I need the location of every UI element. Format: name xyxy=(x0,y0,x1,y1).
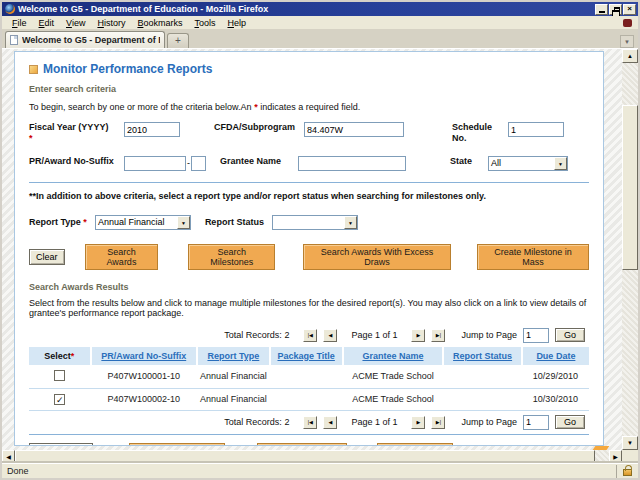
minimize-button[interactable] xyxy=(595,4,608,15)
instructions-prefix: To begin, search by one or more of the c… xyxy=(29,102,254,112)
vertical-scrollbar[interactable]: ▲ ▼ xyxy=(622,49,638,450)
schedule-no-input[interactable] xyxy=(508,122,564,137)
column-header-link[interactable]: Report Type xyxy=(207,351,259,361)
new-tab-button[interactable]: + xyxy=(167,33,189,48)
cell-report-type: Annual Financial xyxy=(197,365,270,389)
window-title: Welcome to G5 - Department of Education … xyxy=(18,4,268,14)
status-text: Done xyxy=(7,466,29,476)
schedule-no-label: Schedule No. xyxy=(452,122,502,145)
cell-due-date: 10/29/2010 xyxy=(522,365,589,389)
search-excess-draws-button[interactable]: Search Awards With Excess Draws xyxy=(303,244,451,270)
column-header-link[interactable]: Due Date xyxy=(536,351,575,361)
fiscal-year-required: * xyxy=(29,133,33,143)
fiscal-year-label: Fiscal Year (YYYY) * xyxy=(29,122,124,145)
next-page-button[interactable]: ▶ xyxy=(411,416,425,429)
menu-item-file[interactable]: File xyxy=(6,18,33,28)
cell-pr-award: P407W100002-10 xyxy=(91,388,197,410)
clear-button[interactable]: Clear xyxy=(29,249,65,265)
page-indicator: Page 1 of 1 xyxy=(351,330,397,340)
last-page-button[interactable]: ▶| xyxy=(431,329,445,342)
go-to-home-button[interactable]: Go To Home xyxy=(29,443,93,447)
delete-milestones-button[interactable]: Delete Milestones xyxy=(257,443,347,447)
fiscal-year-input[interactable] xyxy=(124,122,180,137)
page-content: Monitor Performance Reports Enter search… xyxy=(14,51,604,446)
report-type-select-arrow-icon: ▼ xyxy=(177,216,190,229)
row-select-checkbox[interactable]: ✓ xyxy=(54,394,65,405)
column-header: Package Title xyxy=(270,347,343,365)
column-header-link[interactable]: Grantee Name xyxy=(362,351,423,361)
report-status-select[interactable]: ▼ xyxy=(272,215,358,230)
lock-icon xyxy=(623,469,632,476)
state-label: State xyxy=(450,156,488,167)
scroll-up-button[interactable]: ▲ xyxy=(622,49,638,63)
report-type-label-text: Report Type xyxy=(29,217,81,227)
search-awards-button[interactable]: Search Awards xyxy=(85,244,159,270)
cell-pr-award: P407W100001-10 xyxy=(91,365,197,389)
first-page-button[interactable]: |◀ xyxy=(303,416,317,429)
state-select[interactable]: All ▼ xyxy=(488,156,568,171)
active-tab[interactable]: Welcome to G5 - Department of Edu... xyxy=(5,31,165,48)
scroll-right-button[interactable]: ▶ xyxy=(609,450,622,463)
row-select-checkbox[interactable] xyxy=(54,370,65,381)
menu-item-help[interactable]: Help xyxy=(221,18,252,28)
prev-page-button[interactable]: ◀ xyxy=(323,416,337,429)
column-header-link[interactable]: Report Status xyxy=(453,351,512,361)
section-bullet-icon xyxy=(29,65,38,74)
report-type-label: Report Type * xyxy=(29,215,87,228)
next-page-button[interactable]: ▶ xyxy=(411,329,425,342)
horizontal-scrollbar[interactable]: ◀ ▶ xyxy=(2,450,622,463)
prev-page-button[interactable]: ◀ xyxy=(323,329,337,342)
cell-grantee-name: ACME Trade School xyxy=(343,365,444,389)
cell-report-type: Annual Financial xyxy=(197,388,270,410)
tab-list-dropdown-button[interactable]: ▼ xyxy=(620,35,634,48)
report-type-selected-value: Annual Financial xyxy=(98,217,165,227)
menu-item-bookmarks[interactable]: Bookmarks xyxy=(131,18,188,28)
menu-item-history[interactable]: History xyxy=(91,18,131,28)
select-cell: ✓ xyxy=(29,388,91,410)
last-page-button[interactable]: ▶| xyxy=(431,416,445,429)
column-header-link[interactable]: PR/Award No-Suffix xyxy=(101,351,186,361)
restore-icon xyxy=(614,7,620,12)
grantee-name-input[interactable] xyxy=(298,156,406,171)
select-required-asterisk: * xyxy=(71,351,75,361)
report-type-required: * xyxy=(83,217,87,227)
column-header: PR/Award No-Suffix xyxy=(91,347,197,365)
column-header-link[interactable]: Package Title xyxy=(277,351,334,361)
close-button[interactable]: × xyxy=(623,4,636,15)
titlebar: Welcome to G5 - Department of Education … xyxy=(2,2,638,16)
horizontal-scrollbar-thumb[interactable] xyxy=(15,450,595,463)
pr-award-suffix-input[interactable] xyxy=(191,156,206,171)
vertical-scrollbar-thumb[interactable] xyxy=(622,105,638,270)
go-button[interactable]: Go xyxy=(555,415,585,429)
pagination-bottom: Total Records: 2 |◀ ◀ Page 1 of 1 ▶ ▶| J… xyxy=(29,411,589,435)
search-criteria-heading: Enter search criteria xyxy=(29,84,589,94)
section-divider xyxy=(29,182,589,183)
menu-item-view[interactable]: View xyxy=(60,18,91,28)
resolve-dates-button[interactable]: Resolve Dates xyxy=(377,443,454,447)
menu-item-tools[interactable]: Tools xyxy=(188,18,221,28)
tabbar: Welcome to G5 - Department of Edu... + ▼ xyxy=(2,29,638,49)
jump-to-page-input[interactable] xyxy=(523,328,549,343)
fiscal-year-label-text: Fiscal Year (YYYY) xyxy=(29,122,108,132)
column-header: Grantee Name xyxy=(343,347,444,365)
statusbar: Done xyxy=(2,463,638,478)
report-type-select[interactable]: Annual Financial ▼ xyxy=(95,215,191,230)
page-title: Monitor Performance Reports xyxy=(43,62,212,76)
pr-award-label: PR/Award No-Suffix xyxy=(29,156,124,167)
pr-award-input[interactable] xyxy=(124,156,186,171)
go-button[interactable]: Go xyxy=(555,328,585,342)
create-milestone-mass-button[interactable]: Create Milestone in Mass xyxy=(477,244,589,270)
cell-due-date: 10/30/2010 xyxy=(522,388,589,410)
cfda-input[interactable] xyxy=(304,122,404,137)
scroll-left-button[interactable]: ◀ xyxy=(2,450,15,463)
jump-to-page-input[interactable] xyxy=(523,415,549,430)
scroll-down-button[interactable]: ▼ xyxy=(622,436,638,450)
first-page-button[interactable]: |◀ xyxy=(303,329,317,342)
menu-item-edit[interactable]: Edit xyxy=(33,18,61,28)
total-records-label: Total Records: 2 xyxy=(224,417,289,427)
manage-milestones-button[interactable]: Manage Milestones xyxy=(129,443,225,447)
restore-button[interactable] xyxy=(609,4,622,15)
total-value: 2 xyxy=(284,330,289,340)
results-table: Select*PR/Award No-SuffixReport TypePack… xyxy=(29,347,589,411)
search-milestones-button[interactable]: Search Milestones xyxy=(188,244,275,270)
